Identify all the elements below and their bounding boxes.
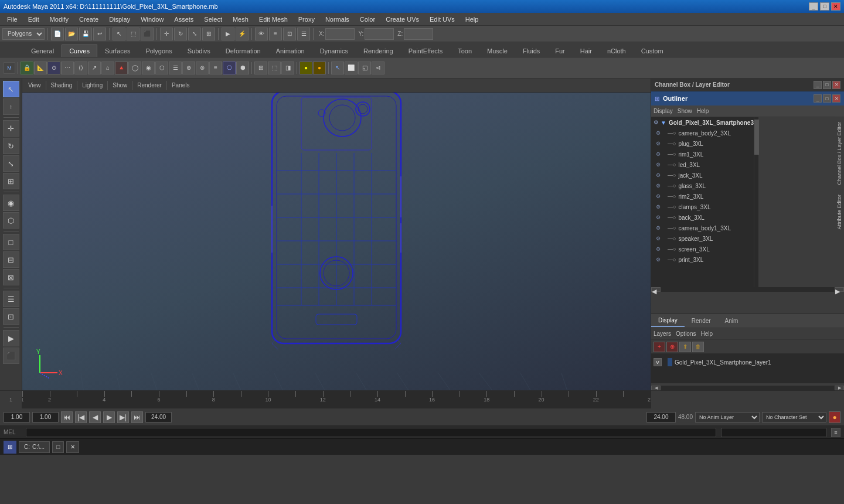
lighting-menu[interactable]: Lighting: [80, 81, 105, 90]
menu-assets[interactable]: Assets: [169, 15, 198, 24]
shelf-tab-rendering[interactable]: Rendering: [356, 45, 401, 57]
shelf-tab-animation[interactable]: Animation: [268, 45, 312, 57]
out-item-jack[interactable]: ⚙ —○ jack_3XL: [651, 170, 754, 181]
layer-scroll-right[interactable]: ▶: [835, 386, 844, 390]
menu-edit-mesh[interactable]: Edit Mesh: [254, 15, 292, 24]
menu-create[interactable]: Create: [74, 15, 103, 24]
shelf-tab-fur[interactable]: Fur: [547, 45, 573, 57]
shading-menu[interactable]: Shading: [49, 81, 75, 90]
timeline-content[interactable]: 124681012141618202224: [22, 391, 651, 408]
shelf-icon-3[interactable]: ⊙: [47, 62, 60, 74]
prev-frame-btn[interactable]: ◀: [89, 411, 101, 423]
out-item-root[interactable]: ⚙ ▼ Gold_Pixel_3XL_Smartphone3: [651, 117, 754, 128]
move-tool[interactable]: ✛: [3, 120, 19, 137]
menu-modify[interactable]: Modify: [45, 15, 73, 24]
select-tool-btn[interactable]: ↖: [113, 28, 125, 40]
menu-display[interactable]: Display: [104, 15, 135, 24]
menu-mesh[interactable]: Mesh: [228, 15, 253, 24]
open-scene-btn[interactable]: 📂: [65, 28, 78, 40]
current-frame-input[interactable]: [32, 412, 59, 423]
z-input[interactable]: [404, 28, 433, 40]
layer-add-sel-btn[interactable]: ⊕: [666, 342, 678, 352]
out-item-glass[interactable]: ⚙ —○ glass_3XL: [651, 181, 754, 191]
render-btn[interactable]: ▶: [222, 28, 234, 40]
menu-window[interactable]: Window: [136, 15, 168, 24]
shelf-tab-painteffects[interactable]: PaintEffects: [401, 45, 451, 57]
taskbar-maya-btn[interactable]: C: C:\...: [19, 441, 50, 453]
layer-sub-help[interactable]: Help: [700, 331, 713, 337]
show-menu[interactable]: Show: [110, 81, 130, 90]
out-item-rim1[interactable]: ⚙ —○ rim1_3XL: [651, 149, 754, 159]
layer-tab-anim[interactable]: Anim: [718, 315, 746, 326]
attr-editor-btn[interactable]: ≡: [269, 28, 282, 40]
layer-sub-layers[interactable]: Layers: [654, 331, 671, 337]
layer-scroll-left[interactable]: ◀: [651, 386, 661, 390]
outliner-scrollbar-thumb[interactable]: [754, 120, 759, 155]
out-hscroll-right[interactable]: ▶: [835, 287, 844, 292]
vp-mode-2[interactable]: ⬚: [268, 62, 281, 74]
range-end-input[interactable]: [145, 412, 172, 423]
universal-manip-btn[interactable]: ⊞: [202, 28, 215, 40]
shelf-icon-11[interactable]: ⬡: [155, 62, 168, 74]
maya-logo[interactable]: M: [4, 62, 15, 74]
outliner-scrollbar[interactable]: [754, 117, 758, 287]
range-start-input[interactable]: [4, 412, 30, 423]
show-manip-tool[interactable]: □: [3, 234, 19, 250]
shelf-icon-4[interactable]: ⋯: [61, 62, 74, 74]
menu-create-uvs[interactable]: Create UVs: [381, 15, 424, 24]
soft-mod-tool[interactable]: ◉: [3, 195, 19, 211]
view-menu[interactable]: View: [26, 81, 43, 90]
shelf-tab-custom[interactable]: Custom: [634, 45, 671, 57]
paint-sel-btn[interactable]: ⬛: [141, 28, 154, 40]
menu-edit[interactable]: Edit: [23, 15, 44, 24]
ipr-btn[interactable]: ⚡: [236, 28, 249, 40]
vp-icon-1[interactable]: ⬜: [345, 62, 358, 74]
menu-edit-uvs[interactable]: Edit UVs: [425, 15, 460, 24]
layer-sub-options[interactable]: Options: [676, 331, 696, 337]
play-fwd-btn[interactable]: ▶: [103, 411, 115, 423]
mode-select[interactable]: Polygons: [2, 28, 45, 40]
next-key-btn[interactable]: ⏭: [131, 411, 143, 423]
layer-delete-btn[interactable]: 🗑: [692, 342, 704, 352]
lasso-btn[interactable]: ⬚: [127, 28, 139, 40]
shelf-icon-12[interactable]: ☰: [169, 62, 182, 74]
layer-move-btn[interactable]: ⬆: [679, 342, 691, 352]
shelf-tab-toon[interactable]: Toon: [450, 45, 479, 57]
side-tab-attribute[interactable]: Attribute Editor: [835, 190, 844, 234]
menu-file[interactable]: File: [2, 15, 22, 24]
layer-color-swatch[interactable]: [668, 358, 672, 366]
out-hscroll[interactable]: ◀ ▶: [651, 287, 844, 292]
shelf-tab-fluids[interactable]: Fluids: [515, 45, 547, 57]
out-item-screen[interactable]: ⚙ —○ screen_3XL: [651, 244, 754, 254]
shelf-icon-17[interactable]: ⬢: [236, 62, 249, 74]
channel-box-btn[interactable]: ⊡: [283, 28, 296, 40]
shelf-icon-7[interactable]: ⌂: [101, 62, 114, 74]
panels-menu[interactable]: Panels: [169, 81, 192, 90]
shelf-icon-10[interactable]: ◉: [142, 62, 155, 74]
shelf-icon-5[interactable]: ⟨⟩: [74, 62, 87, 74]
shelf-icon-1[interactable]: 🔒: [21, 62, 33, 74]
out-help-menu[interactable]: Help: [697, 108, 709, 114]
shelf-tab-polygons[interactable]: Polygons: [138, 45, 179, 57]
scale-btn[interactable]: ⤡: [188, 28, 201, 40]
light-btn-1[interactable]: ●: [300, 62, 312, 74]
shelf-tab-muscle[interactable]: Muscle: [479, 45, 515, 57]
grid-btn[interactable]: ⊟: [3, 251, 19, 268]
out-close-btn[interactable]: ✕: [832, 94, 840, 103]
anim-layer-select[interactable]: No Anim Layer: [695, 412, 760, 423]
close-button[interactable]: ✕: [831, 2, 840, 11]
shelf-icon-2[interactable]: 📐: [34, 62, 47, 74]
outliner-btn[interactable]: ⊡: [3, 308, 19, 325]
next-frame-btn[interactable]: ▶|: [117, 411, 129, 423]
sculpt-tool[interactable]: ⬡: [3, 212, 19, 229]
rotate-btn[interactable]: ↻: [174, 28, 187, 40]
out-hscroll-left[interactable]: ◀: [651, 287, 661, 292]
light-btn-2[interactable]: ●: [313, 62, 326, 74]
layer-editor-btn[interactable]: ☰: [297, 28, 310, 40]
shelf-tab-deformation[interactable]: Deformation: [218, 45, 268, 57]
vp-mode-3[interactable]: ◨: [281, 62, 294, 74]
cb-close-btn[interactable]: ✕: [832, 81, 840, 89]
y-input[interactable]: [365, 28, 394, 40]
out-restore-btn[interactable]: □: [823, 94, 831, 103]
x-input[interactable]: [325, 28, 355, 40]
